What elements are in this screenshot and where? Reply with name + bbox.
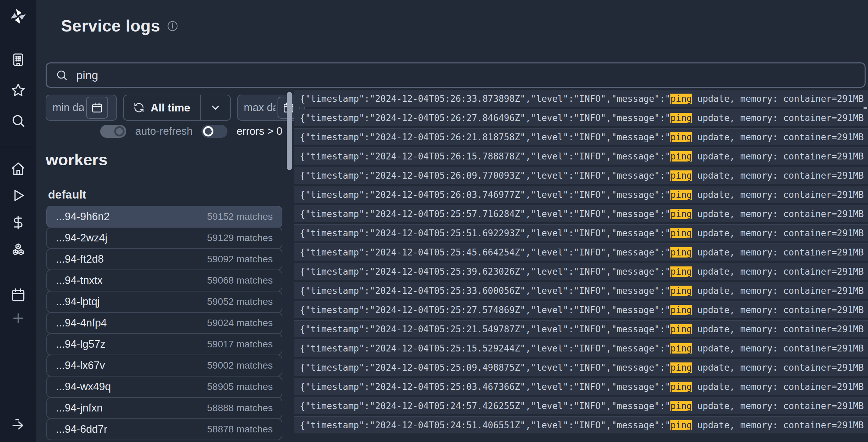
log-line-prefix: {"timestamp":"2024-12-04T05:26:21.818758…	[300, 132, 670, 142]
worker-list: ...94-9h6n2 59152 matches ...94-2wz4j 59…	[46, 206, 282, 440]
log-line-highlight: ping	[670, 209, 692, 219]
log-line-prefix: {"timestamp":"2024-12-04T05:25:27.574869…	[300, 305, 670, 315]
log-line[interactable]: {"timestamp":"2024-12-04T05:26:27.846496…	[294, 109, 868, 126]
log-line[interactable]: {"timestamp":"2024-12-04T05:25:51.692293…	[294, 224, 868, 241]
log-line-prefix: {"timestamp":"2024-12-04T05:25:33.600056…	[300, 286, 670, 296]
search-input[interactable]	[76, 69, 856, 82]
billing-dollar-icon[interactable]	[11, 215, 26, 230]
log-line[interactable]: {"timestamp":"2024-12-04T05:26:03.746977…	[294, 186, 868, 203]
log-line[interactable]: {"timestamp":"2024-12-04T05:25:45.664254…	[294, 243, 868, 261]
pinwheel-logo-icon[interactable]	[9, 8, 27, 25]
log-line[interactable]: {"timestamp":"2024-12-04T05:26:09.770093…	[294, 167, 868, 184]
min-date-placeholder: min da	[52, 101, 84, 114]
refresh-icon	[133, 102, 144, 113]
worker-row[interactable]: ...94-4nfp4 59024 matches	[46, 312, 282, 334]
add-plus-icon[interactable]	[11, 311, 26, 326]
log-line[interactable]: {"timestamp":"2024-12-04T05:24:57.426255…	[294, 397, 868, 414]
log-line-prefix: {"timestamp":"2024-12-04T05:25:15.529244…	[300, 343, 670, 354]
chevron-down-icon	[210, 102, 221, 114]
search-nav-icon[interactable]	[11, 113, 26, 128]
calendar-icon	[91, 102, 103, 114]
worker-row[interactable]: ...94-tnxtx 59068 matches	[46, 270, 282, 291]
log-line-highlight: ping	[670, 132, 692, 142]
log-line[interactable]: {"timestamp":"2024-12-04T05:25:57.716284…	[294, 205, 868, 222]
worker-row[interactable]: ...94-jnfxn 58888 matches	[46, 397, 282, 419]
worker-row[interactable]: ...94-2wz4j 59129 matches	[46, 227, 282, 249]
log-line-prefix: {"timestamp":"2024-12-04T05:25:03.467366…	[300, 382, 670, 392]
time-range-label: All time	[151, 101, 190, 114]
toggle-knob	[203, 126, 213, 136]
worker-row[interactable]: ...94-wx49q 58905 matches	[46, 376, 282, 398]
log-line-prefix: {"timestamp":"2024-12-04T05:26:03.746977…	[300, 190, 670, 200]
log-line-suffix: update, memory: container=291MB	[692, 305, 864, 315]
errors-toggle[interactable]	[201, 125, 227, 138]
log-line-prefix: {"timestamp":"2024-12-04T05:25:21.549787…	[300, 324, 670, 334]
log-line[interactable]: {"timestamp":"2024-12-04T05:24:51.406551…	[294, 416, 868, 433]
toggle-knob	[114, 126, 125, 136]
log-line-highlight: ping	[670, 382, 692, 392]
auto-refresh-label: auto-refresh	[135, 125, 192, 138]
worker-row[interactable]: ...94-lg57z 59017 matches	[46, 333, 282, 355]
log-line-suffix: update, memory: container=291MB	[692, 170, 864, 181]
log-line[interactable]: {"timestamp":"2024-12-04T05:26:33.873898…	[294, 90, 868, 107]
log-line-prefix: {"timestamp":"2024-12-04T05:25:45.664254…	[300, 247, 670, 258]
log-line-suffix: update, memory: container=291MB	[692, 266, 864, 277]
log-line[interactable]: {"timestamp":"2024-12-04T05:26:21.818758…	[294, 128, 868, 145]
resources-boxes-icon[interactable]	[11, 242, 26, 257]
log-line-prefix: {"timestamp":"2024-12-04T05:25:39.623026…	[300, 266, 670, 277]
time-range-caret-button[interactable]	[201, 95, 230, 120]
errors-label: errors > 0	[236, 125, 282, 138]
search-icon	[56, 69, 68, 81]
log-line-suffix: update, memory: container=291MB	[692, 94, 864, 104]
worker-name: ...94-4nfp4	[56, 317, 107, 329]
log-line[interactable]: {"timestamp":"2024-12-04T05:25:15.529244…	[294, 339, 868, 357]
worker-name: ...94-ft2d8	[56, 253, 104, 265]
log-line-highlight: ping	[670, 305, 692, 315]
worker-match-count: 59052 matches	[207, 296, 273, 307]
log-line-suffix: update, memory: container=291MB	[692, 247, 864, 258]
auto-refresh-toggle[interactable]	[100, 125, 126, 138]
log-line-highlight: ping	[670, 401, 692, 411]
log-line-prefix: {"timestamp":"2024-12-04T05:26:09.770093…	[300, 170, 670, 181]
worker-match-count: 59068 matches	[207, 275, 273, 286]
worker-row[interactable]: ...94-6dd7r 58878 matches	[46, 418, 282, 440]
worker-match-count: 59152 matches	[207, 211, 273, 222]
workers-heading: workers	[46, 150, 107, 169]
worker-match-count: 59129 matches	[207, 232, 273, 243]
worker-row[interactable]: ...94-lptqj 59052 matches	[46, 291, 282, 313]
sidebar-divider	[0, 147, 36, 147]
worker-name: ...94-lx67v	[56, 359, 105, 372]
search-bar	[46, 62, 866, 88]
worker-name: ...94-6dd7r	[56, 423, 107, 435]
worker-match-count: 59092 matches	[207, 254, 273, 265]
min-date-calendar-button[interactable]	[86, 97, 108, 119]
worker-row[interactable]: ...94-9h6n2 59152 matches	[46, 206, 282, 228]
log-line[interactable]: {"timestamp":"2024-12-04T05:25:21.549787…	[294, 320, 868, 337]
log-line-suffix: update, memory: container=291MB	[692, 401, 864, 411]
log-line[interactable]: {"timestamp":"2024-12-04T05:26:15.788878…	[294, 147, 868, 165]
expand-sidebar-arrow-icon[interactable]	[11, 417, 26, 432]
workspace-building-icon[interactable]	[11, 52, 26, 67]
log-line[interactable]: {"timestamp":"2024-12-04T05:25:03.467366…	[294, 378, 868, 395]
log-line-highlight: ping	[670, 170, 692, 181]
log-line[interactable]: {"timestamp":"2024-12-04T05:25:27.574869…	[294, 301, 868, 318]
home-icon[interactable]	[11, 161, 26, 176]
log-line[interactable]: {"timestamp":"2024-12-04T05:25:33.600056…	[294, 282, 868, 299]
info-icon[interactable]	[167, 21, 178, 32]
worker-name: ...94-lg57z	[56, 338, 106, 350]
time-range-main[interactable]: All time	[124, 95, 200, 120]
runs-play-icon[interactable]	[11, 188, 26, 203]
min-date-field[interactable]: min da	[46, 95, 117, 121]
favorites-star-icon[interactable]	[11, 83, 26, 98]
left-panel-scrollbar[interactable]	[287, 92, 292, 170]
worker-row[interactable]: ...94-ft2d8 59092 matches	[46, 248, 282, 270]
log-line[interactable]: {"timestamp":"2024-12-04T05:25:39.623026…	[294, 263, 868, 280]
worker-name: ...94-9h6n2	[56, 211, 110, 223]
schedules-calendar-icon[interactable]	[11, 287, 26, 302]
worker-row[interactable]: ...94-lx67v 59002 matches	[46, 355, 282, 377]
log-line[interactable]: {"timestamp":"2024-12-04T05:25:09.498875…	[294, 359, 868, 376]
log-line-highlight: ping	[670, 266, 692, 277]
time-range-button[interactable]: All time	[123, 95, 231, 121]
log-line-highlight: ping	[670, 190, 692, 200]
log-line-prefix: {"timestamp":"2024-12-04T05:25:09.498875…	[300, 362, 670, 373]
